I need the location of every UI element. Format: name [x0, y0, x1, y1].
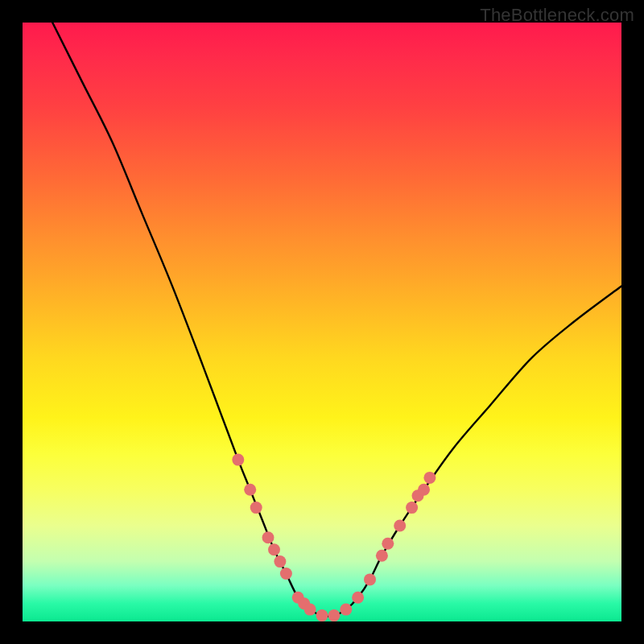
data-marker	[376, 550, 388, 562]
watermark-text: TheBottleneck.com	[480, 5, 634, 26]
data-marker	[394, 520, 406, 532]
data-marker	[382, 538, 394, 550]
data-marker	[262, 531, 275, 543]
data-marker	[340, 604, 352, 616]
data-marker	[274, 555, 286, 568]
data-marker	[328, 609, 340, 621]
data-marker	[244, 484, 256, 496]
data-marker	[232, 454, 244, 466]
data-marker	[364, 573, 376, 585]
data-marker	[406, 502, 418, 514]
chart-frame: TheBottleneck.com	[0, 0, 644, 644]
data-marker	[316, 609, 328, 621]
bottleneck-curve	[52, 23, 621, 617]
data-marker	[250, 502, 262, 514]
data-marker	[418, 484, 430, 496]
plot-area	[23, 23, 621, 621]
bottleneck-curve-svg	[23, 23, 621, 621]
data-marker	[423, 472, 436, 484]
data-marker	[280, 568, 292, 580]
data-marker	[268, 543, 280, 555]
data-marker	[304, 604, 316, 616]
data-markers	[232, 454, 436, 621]
data-marker	[352, 592, 364, 604]
